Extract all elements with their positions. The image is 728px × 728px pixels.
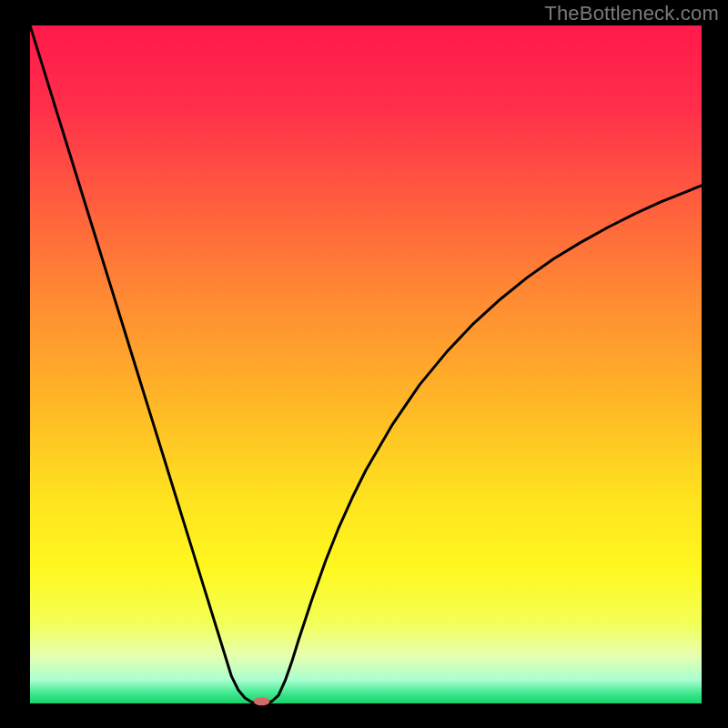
chart-frame: TheBottleneck.com xyxy=(0,0,728,728)
plot-background xyxy=(30,25,702,703)
chart-svg xyxy=(0,0,728,728)
target-marker xyxy=(254,697,270,705)
